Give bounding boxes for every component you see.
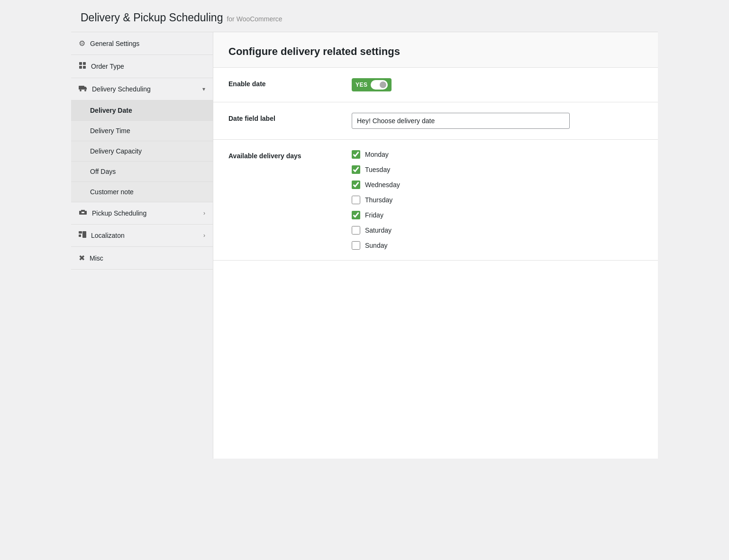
svg-rect-0 [79,62,82,65]
svg-point-5 [80,90,82,91]
setting-control-enable-date: YES [352,78,643,91]
svg-rect-3 [83,66,86,69]
sidebar-item-label: General Settings [90,40,139,47]
sidebar-item-delivery-scheduling[interactable]: Delivery Scheduling ▾ [71,78,213,100]
setting-row-enable-date: Enable date YES [213,68,658,102]
setting-control-date-field-label [352,113,643,129]
sidebar-item-order-type[interactable]: Order Type [71,55,213,78]
sidebar-subitem-delivery-capacity[interactable]: Delivery Capacity [71,141,213,162]
sidebar-item-general-settings[interactable]: ⚙ General Settings [71,32,213,55]
svg-point-6 [84,90,86,91]
checkbox-wednesday[interactable] [352,181,360,189]
sidebar-item-localization[interactable]: Localizaton › [71,225,213,247]
sidebar-subitem-off-days[interactable]: Off Days [71,162,213,182]
toggle-yes-label: YES [355,81,368,88]
misc-icon: ✖ [79,253,85,262]
sidebar-item-label: Delivery Scheduling [92,85,151,93]
svg-rect-1 [83,62,86,65]
checkbox-item-saturday[interactable]: Saturday [352,226,643,235]
checkbox-item-sunday[interactable]: Sunday [352,241,643,250]
checkbox-label-saturday: Saturday [365,226,392,234]
svg-rect-9 [79,231,82,234]
checkbox-label-monday: Monday [365,151,389,158]
setting-row-delivery-days: Available delivery days Monday Tuesday [213,140,658,261]
svg-rect-11 [82,231,86,238]
sidebar-subitem-delivery-time[interactable]: Delivery Time [71,121,213,141]
sidebar-item-label: Pickup Scheduling [92,209,146,217]
enable-date-toggle[interactable]: YES [352,78,392,91]
setting-row-date-field-label: Date field label [213,102,658,140]
checkbox-item-thursday[interactable]: Thursday [352,196,643,204]
main-content: Configure delivery related settings Enab… [213,32,658,459]
title-sub: for WooCommerce [227,15,282,23]
chevron-down-icon: ▾ [202,86,205,92]
checkbox-label-friday: Friday [365,211,383,219]
sidebar-item-label: Misc [90,254,103,262]
setting-control-delivery-days: Monday Tuesday Wednesday [352,150,643,250]
main-layout: ⚙ General Settings Order Type [71,32,658,459]
sidebar-subitem-customer-note[interactable]: Customer note [71,182,213,202]
svg-rect-4 [79,86,84,90]
checkbox-label-tuesday: Tuesday [365,166,390,173]
svg-rect-2 [79,66,82,69]
checkbox-friday[interactable] [352,211,360,219]
svg-rect-10 [79,235,81,237]
checkbox-item-monday[interactable]: Monday [352,150,643,159]
subitem-label: Delivery Capacity [90,147,142,155]
sidebar-item-label: Order Type [91,63,124,70]
toggle-switch[interactable] [371,80,388,90]
checkbox-saturday[interactable] [352,226,360,235]
subitem-label: Customer note [90,188,134,196]
content-heading: Configure delivery related settings [228,45,643,58]
subitem-label: Delivery Date [90,107,132,114]
chevron-right-icon: › [203,232,205,239]
setting-label-enable-date: Enable date [228,78,352,88]
sidebar: ⚙ General Settings Order Type [71,32,213,459]
checkbox-tuesday[interactable] [352,165,360,174]
checkbox-monday[interactable] [352,150,360,159]
checkbox-label-sunday: Sunday [365,242,387,249]
checkbox-list: Monday Tuesday Wednesday [352,150,643,250]
page-title: Delivery & Pickup Scheduling for WooComm… [81,11,648,24]
sidebar-item-misc[interactable]: ✖ Misc [71,247,213,270]
page-header: Delivery & Pickup Scheduling for WooComm… [71,0,658,32]
checkbox-item-wednesday[interactable]: Wednesday [352,181,643,189]
checkbox-item-tuesday[interactable]: Tuesday [352,165,643,174]
checkbox-sunday[interactable] [352,241,360,250]
sidebar-item-pickup-scheduling[interactable]: Pickup Scheduling › [71,202,213,225]
truck-icon [79,85,87,93]
setting-label-delivery-days: Available delivery days [228,150,352,160]
subitem-label: Delivery Time [90,127,130,135]
checkbox-label-wednesday: Wednesday [365,181,400,189]
localization-icon [79,231,86,240]
checkbox-item-friday[interactable]: Friday [352,211,643,219]
order-icon [79,62,86,71]
svg-rect-8 [82,212,84,213]
page-wrapper: Delivery & Pickup Scheduling for WooComm… [71,0,658,459]
date-field-label-input[interactable] [352,113,570,129]
gear-icon: ⚙ [79,39,85,48]
sidebar-subitem-delivery-date[interactable]: Delivery Date [71,100,213,121]
sidebar-item-label: Localizaton [91,232,125,239]
title-main: Delivery & Pickup Scheduling [81,11,223,24]
pickup-icon [79,209,87,217]
subitem-label: Off Days [90,168,116,175]
content-header: Configure delivery related settings [213,32,658,68]
setting-label-date-field-label: Date field label [228,113,352,122]
checkbox-label-thursday: Thursday [365,196,392,204]
checkbox-thursday[interactable] [352,196,360,204]
chevron-right-icon: › [203,210,205,217]
